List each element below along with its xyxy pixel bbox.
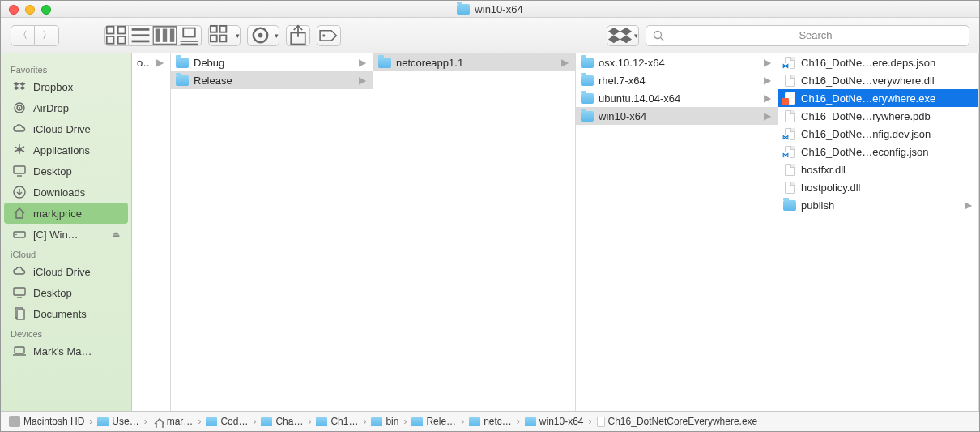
icon-view-button[interactable] (104, 25, 129, 46)
sidebar-item-label: markjprice (33, 207, 82, 220)
folder-icon (378, 58, 391, 68)
item-label: Ch16_DotNe…erywhere.exe (801, 92, 974, 105)
svg-line-23 (661, 37, 664, 41)
item-label: oroj (137, 57, 151, 69)
path-item[interactable]: Rele… (411, 416, 456, 427)
list-item[interactable]: Ch16_DotNe…erywhere.exe (778, 89, 978, 107)
file-icon (783, 163, 796, 176)
list-item[interactable]: Ch16_DotNe…verywhere.dll (778, 71, 978, 89)
path-item[interactable]: Use… (97, 416, 138, 427)
svg-point-33 (15, 234, 17, 236)
path-label: Ch16_DotNetCoreEverywhere.exe (608, 416, 758, 427)
path-item[interactable]: Cha… (261, 416, 303, 427)
list-item[interactable]: publish▶ (778, 196, 978, 214)
path-item[interactable]: bin (371, 416, 398, 427)
folder-icon (371, 417, 382, 426)
list-item[interactable]: oroj▶ (132, 53, 170, 71)
path-separator: › (87, 416, 94, 427)
titlebar[interactable]: win10-x64 (1, 1, 979, 18)
sidebar-item-icloud-drive[interactable]: iCloud Drive (1, 261, 131, 282)
tags-button[interactable] (317, 25, 341, 46)
window-title-text: win10-x64 (475, 3, 522, 15)
sidebar-item-label: [C] Win… (33, 229, 79, 241)
home-icon (12, 206, 27, 220)
path-label: netc… (484, 416, 512, 427)
list-item[interactable]: hostpolicy.dll (778, 178, 978, 196)
sidebar-item-documents[interactable]: Documents (1, 303, 131, 324)
toolbar: 〈 〉 ▾ ▾ (1, 18, 979, 53)
path-item[interactable]: mar… (152, 416, 194, 427)
sidebar-item-dropbox[interactable]: Dropbox (1, 76, 131, 97)
folder-icon (261, 417, 272, 426)
close-window-button[interactable] (9, 5, 19, 15)
path-item[interactable]: netc… (469, 416, 512, 427)
list-item[interactable]: Ch16_DotNe…rywhere.pdb (778, 107, 978, 125)
path-separator: › (587, 416, 594, 427)
svg-rect-28 (14, 166, 25, 173)
dropbox-toolbar-button[interactable]: ▾ (607, 25, 639, 46)
column-2: netcoreapp1.1▶ (373, 53, 576, 411)
folder-icon (783, 200, 796, 211)
list-item[interactable]: osx.10.12-x64▶ (576, 53, 778, 71)
path-item[interactable]: Macintosh HD (9, 416, 84, 427)
minimize-window-button[interactable] (25, 5, 35, 15)
path-item[interactable]: win10-x64 (525, 416, 584, 427)
sidebar-item-icloud-drive[interactable]: iCloud Drive (1, 118, 131, 139)
file-icon (783, 109, 796, 122)
sidebar-item-downloads[interactable]: Downloads (1, 182, 131, 203)
list-item[interactable]: ⋈Ch16_DotNe…nfig.dev.json (778, 125, 978, 143)
list-item[interactable]: win10-x64▶ (576, 107, 778, 125)
grid-icon (105, 25, 128, 45)
path-item[interactable]: Ch1… (316, 416, 358, 427)
share-button[interactable] (286, 25, 310, 46)
arrange-button[interactable]: ▾ (208, 25, 241, 46)
column-view-button[interactable] (153, 25, 177, 46)
item-label: osx.10.12-x64 (599, 57, 759, 69)
list-item[interactable]: Debug▶ (171, 53, 373, 71)
drive-icon (12, 227, 27, 242)
sidebar-item-desktop[interactable]: Desktop (1, 160, 131, 182)
list-item[interactable]: rhel.7-x64▶ (576, 71, 778, 89)
forward-button[interactable]: 〉 (35, 25, 59, 46)
zoom-window-button[interactable] (41, 5, 51, 15)
sidebar-item-applications[interactable]: Applications (1, 139, 131, 160)
arrange-icon (209, 24, 234, 46)
path-item[interactable]: Ch16_DotNetCoreEverywhere.exe (597, 416, 758, 427)
list-icon (129, 25, 152, 45)
desktop-icon (12, 164, 27, 178)
list-item[interactable]: ubuntu.14.04-x64▶ (576, 89, 778, 107)
svg-rect-3 (118, 36, 126, 44)
list-item[interactable]: netcoreapp1.1▶ (373, 53, 575, 71)
svg-rect-9 (169, 28, 175, 42)
path-label: Macintosh HD (23, 416, 84, 427)
list-view-button[interactable] (129, 25, 153, 46)
list-item[interactable]: ⋈Ch16_DotNe…ere.deps.json (778, 53, 978, 71)
item-label: hostpolicy.dll (801, 182, 974, 194)
back-button[interactable]: 〈 (11, 25, 35, 46)
svg-rect-13 (211, 26, 217, 32)
action-button[interactable]: ▾ (247, 25, 279, 46)
sidebar-item-markjprice[interactable]: markjprice (4, 203, 128, 224)
chevron-right-icon: ▶ (561, 57, 570, 68)
list-item[interactable]: hostfxr.dll (778, 160, 978, 178)
sidebar-item-airdrop[interactable]: AirDrop (1, 97, 131, 118)
sidebar-item-label: Mark's Ma… (33, 345, 92, 357)
vscode-file-icon: ⋈ (783, 145, 796, 158)
coverflow-view-button[interactable] (177, 25, 202, 46)
list-item[interactable]: ⋈Ch16_DotNe…econfig.json (778, 143, 978, 160)
sidebar-item-desktop[interactable]: Desktop (1, 282, 131, 303)
path-label: Ch1… (330, 416, 358, 427)
chevron-right-icon: ▶ (764, 75, 773, 86)
svg-rect-37 (17, 310, 24, 319)
item-label: netcoreapp1.1 (396, 57, 556, 69)
search-field[interactable]: Search (646, 25, 969, 46)
sidebar-item-mark-s-ma-[interactable]: Mark's Ma… (1, 340, 131, 361)
sidebar-item--c-win-[interactable]: [C] Win…⏏ (1, 224, 131, 245)
list-item[interactable]: Release▶ (171, 71, 373, 89)
eject-icon[interactable]: ⏏ (112, 229, 120, 240)
path-separator: › (143, 416, 149, 427)
sidebar-item-label: Desktop (33, 287, 72, 299)
column-browser: oroj▶ Debug▶Release▶ netcoreapp1.1▶ osx.… (132, 53, 979, 411)
chevron-right-icon: ▶ (764, 110, 773, 122)
path-item[interactable]: Cod… (206, 416, 248, 427)
